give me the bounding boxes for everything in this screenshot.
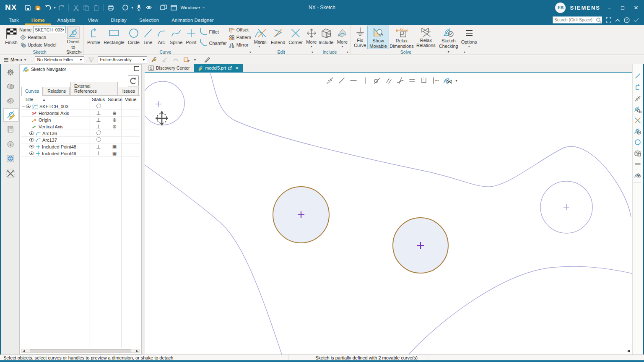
- parallel-icon[interactable]: [384, 76, 393, 85]
- orient-to-sketch-button[interactable]: Orient to Sketch: [65, 26, 82, 49]
- sort-ascending-icon[interactable]: ▲: [42, 98, 45, 101]
- visibility-eye-icon[interactable]: [29, 151, 34, 155]
- include-more-button[interactable]: More▼: [335, 26, 349, 49]
- selection-scope-dropdown[interactable]: Entire Assembly▼: [98, 56, 147, 63]
- tab-animation-designer[interactable]: Animation Designer: [165, 15, 220, 25]
- assembly-navigator-icon[interactable]: [5, 81, 16, 92]
- point-on-curve-icon[interactable]: [337, 76, 346, 85]
- sketch-checking-button[interactable]: Sketch Checking ▼: [437, 26, 460, 49]
- graphics-window[interactable]: Discovery Center model5.prt ✕: [145, 64, 632, 354]
- circle-button[interactable]: Circle: [126, 26, 141, 49]
- tab-issues[interactable]: Issues: [119, 87, 139, 95]
- sketch-viewport[interactable]: ▼ ◀: [145, 73, 632, 354]
- command-finder-caret-icon[interactable]: ▾: [131, 6, 133, 10]
- command-finder-icon[interactable]: [121, 3, 130, 12]
- tab-analysis[interactable]: Analysis: [51, 15, 82, 25]
- panel-float-button[interactable]: [134, 66, 139, 71]
- tab-curves[interactable]: Curves: [21, 87, 43, 96]
- measure-pencil-icon[interactable]: [203, 57, 211, 63]
- voice-command-icon[interactable]: [134, 3, 143, 12]
- close-tab-icon[interactable]: ✕: [235, 66, 239, 70]
- relax-relations-button[interactable]: Relax Relations: [415, 26, 437, 49]
- include-button[interactable]: Include: [317, 26, 335, 49]
- tab-external-references[interactable]: External References: [70, 82, 118, 95]
- scroll-right-icon[interactable]: ▶: [135, 349, 139, 353]
- tab-view[interactable]: View: [81, 15, 104, 25]
- minimize-ribbon-icon[interactable]: [614, 16, 621, 23]
- tab-discovery-center[interactable]: Discovery Center: [145, 64, 194, 72]
- finish-sketch-button[interactable]: Finish: [3, 26, 19, 49]
- offset-button[interactable]: Offset: [228, 26, 252, 34]
- point-button[interactable]: Point: [184, 26, 198, 49]
- options-button[interactable]: Options▼: [460, 26, 478, 49]
- tangent-icon[interactable]: [372, 76, 382, 85]
- detach-tab-icon[interactable]: [228, 66, 232, 70]
- perpendicular-icon[interactable]: [395, 76, 405, 85]
- web-browser-icon[interactable]: [5, 153, 16, 164]
- tab-selection[interactable]: Selection: [133, 15, 165, 25]
- tree-row[interactable]: Included Point48: [21, 143, 140, 150]
- print-icon[interactable]: [106, 3, 115, 12]
- snap-intersection-icon[interactable]: [182, 57, 191, 63]
- coincident-icon[interactable]: [634, 94, 642, 103]
- vertical-icon[interactable]: [360, 76, 370, 85]
- point-on-string-icon[interactable]: [431, 76, 440, 85]
- tree-expander-icon[interactable]: −: [21, 104, 26, 109]
- line-button[interactable]: Line: [141, 26, 155, 49]
- equal-length-icon[interactable]: [634, 160, 642, 168]
- help-icon[interactable]: ?: [623, 16, 631, 23]
- visibility-eye-icon[interactable]: [26, 104, 31, 108]
- extend-button[interactable]: Extend: [269, 26, 287, 49]
- canvas-scroll-left-icon[interactable]: ◀: [627, 349, 630, 353]
- tree-row[interactable]: − SKETCH_003: [21, 103, 140, 110]
- touch-mode-icon[interactable]: [144, 3, 153, 12]
- fix-curve-button[interactable]: Fix Curve: [352, 26, 368, 49]
- window-menu[interactable]: Window: [180, 5, 197, 10]
- tree-row[interactable]: Arc136: [21, 130, 140, 137]
- command-search[interactable]: [553, 16, 602, 23]
- profile-button[interactable]: Profile: [86, 26, 102, 49]
- trim-icon[interactable]: [634, 116, 642, 125]
- dropdown-caret-icon[interactable]: ▼: [193, 58, 196, 61]
- group-dialog-caret-icon[interactable]: ▾: [464, 50, 465, 54]
- selection-filter-dropdown[interactable]: No Selection Filter▼: [35, 56, 84, 63]
- group-dialog-caret-icon[interactable]: ▾: [347, 50, 348, 54]
- chamfer-button[interactable]: Chamfer: [198, 37, 228, 49]
- create-inferred-constraints-icon[interactable]: [442, 76, 452, 85]
- maximize-button[interactable]: □: [618, 5, 627, 11]
- part-navigator-icon[interactable]: [5, 95, 16, 106]
- reset-navigator-button[interactable]: [128, 76, 139, 86]
- minimize-button[interactable]: –: [605, 5, 614, 11]
- tab-model5-prt[interactable]: model5.prt ✕: [194, 64, 243, 72]
- profile-icon[interactable]: [634, 83, 642, 91]
- visibility-eye-icon[interactable]: [29, 145, 34, 148]
- update-model-button[interactable]: Update Model: [19, 42, 65, 49]
- tree-row[interactable]: Origin: [21, 117, 140, 123]
- panel-horizontal-scrollbar[interactable]: ◀ ▶: [21, 349, 140, 353]
- save-as-icon[interactable]: [33, 3, 42, 12]
- show-movable-button[interactable]: Show Movable: [368, 26, 389, 49]
- menu-button[interactable]: Menu▼: [3, 57, 26, 62]
- rectangle-button[interactable]: Rectangle: [102, 26, 126, 49]
- tree-row[interactable]: Arc137: [21, 137, 140, 143]
- spline-button[interactable]: Spline: [168, 26, 184, 49]
- mirror-button[interactable]: Mirror: [228, 41, 252, 49]
- line-icon[interactable]: [634, 72, 642, 80]
- column-source[interactable]: Source: [108, 97, 122, 102]
- toolbar-caret-icon[interactable]: ▼: [455, 79, 458, 82]
- panel-splitter[interactable]: [142, 64, 145, 354]
- column-value[interactable]: Value: [125, 97, 136, 102]
- cascade-windows-icon[interactable]: [159, 3, 168, 12]
- undo-dropdown-caret-icon[interactable]: ▾: [54, 6, 55, 10]
- group-dialog-caret-icon[interactable]: ▾: [312, 50, 313, 54]
- sketch-checking-icon[interactable]: [634, 127, 642, 135]
- snap-point-icon[interactable]: [150, 57, 158, 63]
- midpoint-icon[interactable]: [419, 76, 428, 85]
- fullscreen-icon[interactable]: [605, 16, 612, 23]
- coincident-icon[interactable]: [325, 76, 335, 85]
- tab-display[interactable]: Display: [104, 15, 133, 25]
- sketch-navigator-icon[interactable]: [4, 109, 18, 121]
- tree-row[interactable]: Vertical Axis: [21, 123, 140, 130]
- column-status[interactable]: Status: [92, 97, 105, 102]
- tab-relations[interactable]: Relations: [44, 87, 70, 95]
